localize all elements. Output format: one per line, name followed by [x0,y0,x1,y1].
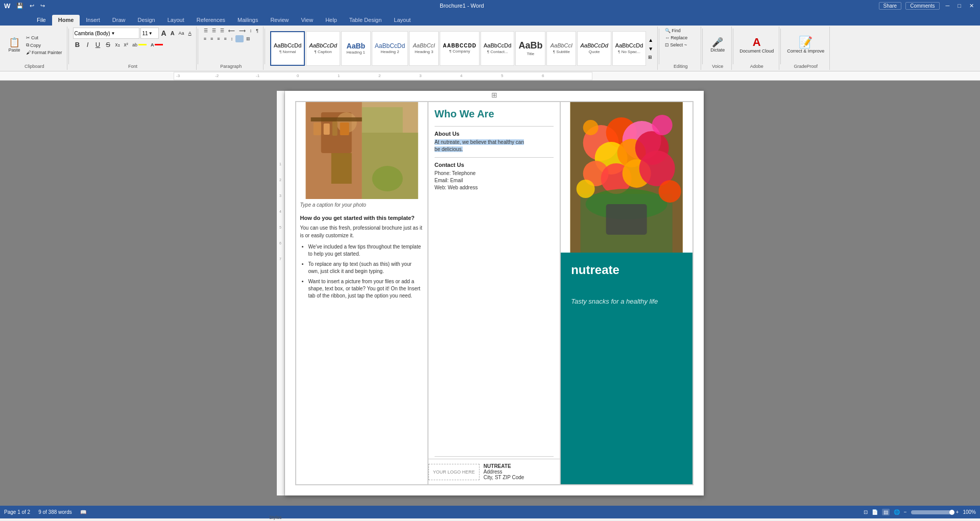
focus-icon[interactable]: ⊡ [864,509,868,515]
minimize-btn[interactable]: ─ [944,3,952,9]
style-heading2[interactable]: AaBbCcDd Heading 2 [372,31,408,66]
word-count[interactable]: 9 of 388 words [38,509,72,515]
tab-draw[interactable]: Draw [106,15,132,26]
font-name-selector[interactable]: Cambria (Body) ▼ [73,28,139,39]
quick-access-save[interactable]: 💾 [16,3,23,9]
maximize-btn[interactable]: □ [955,3,963,9]
increase-indent-button[interactable]: ⟶ [237,28,247,34]
share-button[interactable]: Share [879,2,902,10]
about-text[interactable]: At nutreate, we believe that healthy can… [435,139,554,153]
font-color-button[interactable]: A [149,42,165,48]
style-quote[interactable]: AaBbCcDd Quote [577,31,611,66]
font-dropdown-icon[interactable]: ▼ [111,31,115,36]
left-intro-text[interactable]: You can use this fresh, professional bro… [300,224,423,239]
format-painter-button[interactable]: 🖌 Format Painter [25,49,64,56]
quick-access-undo[interactable]: ↩ [30,3,34,9]
style-heading3[interactable]: AaBbCcI Heading 3 [409,31,439,66]
text-highlight-button[interactable]: ab [131,42,148,48]
page-indicator[interactable]: Page 1 of 2 [4,509,30,515]
shrink-font-button[interactable]: A [169,30,176,37]
style-caption[interactable]: AaBbCcDd ¶ Caption [306,31,340,66]
font-size-dropdown-icon[interactable]: ▼ [149,31,153,36]
correct-improve-button[interactable]: 📝 Correct & Improve [785,30,826,61]
style-nospace[interactable]: AaBbCcDd ¶ No Spac... [612,31,646,66]
zoom-slider[interactable] [911,510,952,514]
bold-button[interactable]: B [73,40,82,49]
tab-layout[interactable]: Layout [161,15,190,26]
multi-list-button[interactable]: ☰ [219,28,226,34]
tagline-text[interactable]: Tasty snacks for a healthy life [571,297,682,305]
replace-button[interactable]: ↔ Replace [663,35,689,41]
tab-file[interactable]: File [31,15,52,26]
style-subtitle[interactable]: AaBbCcI ¶ Subtitle [546,31,576,66]
grow-font-button[interactable]: A [160,29,168,38]
zoom-level[interactable]: 100% [963,509,976,515]
border-button[interactable]: ⊞ [245,36,252,42]
justify-button[interactable]: ≡ [222,36,228,42]
style-normal[interactable]: AaBbCcDd ¶ Normal [270,31,305,66]
paste-button[interactable]: 📋 Paste [5,30,23,61]
tab-mailings[interactable]: Mailings [231,15,264,26]
style-contact[interactable]: AaBbCcDd ¶ Contact... [481,31,514,66]
table-move-handle[interactable]: ⊞ [491,91,497,99]
right-panel-image[interactable] [561,102,692,253]
superscript-button[interactable]: x² [123,41,130,48]
strikethrough-button[interactable]: S [104,40,113,49]
line-spacing-button[interactable]: ↕ [229,36,235,42]
tab-help[interactable]: Help [319,15,343,26]
tab-view[interactable]: View [295,15,319,26]
photo-caption[interactable]: Type a caption for your photo [296,199,427,211]
dictate-button[interactable]: 🎤 Dictate [708,30,727,61]
tab-table-design[interactable]: Table Design [343,15,388,26]
styles-more[interactable]: ⊞ [647,54,654,61]
mid-title[interactable]: Who We Are [435,108,554,120]
decrease-indent-button[interactable]: ⟵ [227,28,236,34]
left-bullet-3[interactable]: Want to insert a picture from your files… [308,278,423,300]
select-button[interactable]: ⊡ Select ~ [663,42,688,48]
left-question-heading[interactable]: How do you get started with this templat… [300,215,423,221]
brand-name-text[interactable]: nutreate [571,263,682,277]
tab-layout2[interactable]: Layout [388,15,417,26]
align-right-button[interactable]: ≡ [216,36,221,42]
email-text[interactable]: Email: Email [435,177,554,184]
tab-home[interactable]: Home [52,15,80,26]
quick-access-redo[interactable]: ↪ [40,3,45,9]
styles-scroll-up[interactable]: ▲ [647,36,654,44]
font-size-selector[interactable]: 11 ▼ [140,28,159,39]
web-text[interactable]: Web: Web address [435,184,554,191]
align-left-button[interactable]: ≡ [202,36,208,42]
mid-address-block[interactable]: NUTREATE Address City, ST ZIP Code [480,459,528,484]
left-bullet-1[interactable]: We've included a few tips throughout the… [308,243,423,258]
document-cloud-button[interactable]: A Document Cloud [737,30,776,61]
underline-button[interactable]: U [93,40,103,49]
align-center-button[interactable]: ≡ [209,36,214,42]
print-layout-icon[interactable]: ▤ [882,509,890,515]
cut-button[interactable]: ✂ Cut [25,35,64,41]
copy-button[interactable]: ⧉ Copy [25,42,64,48]
change-case-button[interactable]: Aa [177,30,186,36]
bullets-button[interactable]: ☰ [202,28,209,34]
italic-button[interactable]: I [83,40,92,49]
web-layout-icon[interactable]: 🌐 [894,509,900,515]
tab-insert[interactable]: Insert [80,15,106,26]
tab-review[interactable]: Review [264,15,295,26]
style-heading1[interactable]: AaBb Heading 1 [341,31,371,66]
contact-heading[interactable]: Contact Us [435,162,554,168]
tab-references[interactable]: References [190,15,231,26]
close-btn[interactable]: ✕ [967,3,976,9]
document-page[interactable]: ⊞ [285,91,704,495]
sort-button[interactable]: ↕ [248,28,254,34]
comments-button[interactable]: Comments [905,2,939,10]
subscript-button[interactable]: x₂ [114,41,122,48]
styles-scroll-down[interactable]: ▼ [647,45,654,53]
left-bullet-2[interactable]: To replace any tip text (such as this) w… [308,261,423,275]
shading-button[interactable] [235,35,244,42]
about-heading[interactable]: About Us [435,131,554,137]
find-button[interactable]: 🔍 Find [663,28,682,34]
tab-design[interactable]: Design [131,15,161,26]
proofing-icon[interactable]: 📖 [80,509,86,515]
zoom-in-btn[interactable]: + [956,509,959,515]
style-company[interactable]: AABBCCDD ¶ Company [440,31,480,66]
logo-placeholder[interactable]: YOUR LOGO HERE [428,464,480,480]
zoom-out-btn[interactable]: − [904,509,907,515]
